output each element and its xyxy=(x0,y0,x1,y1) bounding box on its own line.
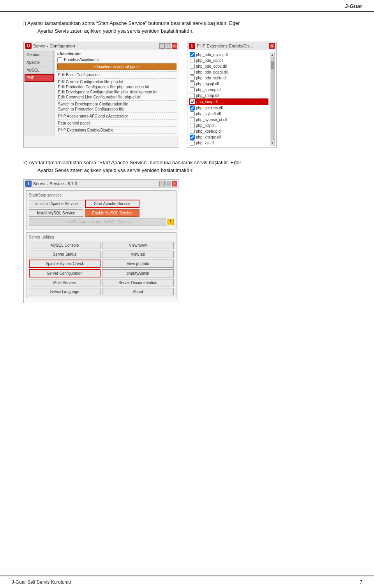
ext-php-xdebug: php_xdebug.dll xyxy=(189,128,268,134)
server-service-window: 1 Server - Service - 8.7.3 — □ ✕ Start/S… xyxy=(23,179,179,303)
uninstall-apache-button[interactable]: Uninstall Apache Service xyxy=(29,200,83,207)
php-ext-window: U PHP Extensions Enable/Dis... ✕ php_pdo… xyxy=(187,42,277,148)
ext-php-pdo-oci: php_pdo_oci.dll xyxy=(189,58,268,63)
nav-php[interactable]: PHP xyxy=(25,74,54,82)
about-button[interactable]: About xyxy=(102,288,174,295)
step-j-para: j) Ayarlar tamamlandıktan sonra “Start A… xyxy=(23,19,351,35)
install-mysql-button[interactable]: Install MySQL Service xyxy=(29,209,83,217)
util-grid: MySQL Console View www Server Status Vie… xyxy=(29,242,174,295)
ext-php-pdo-pgsql: php_pdo_pgsql.dll xyxy=(189,69,268,75)
ext-php-snmp: php_snmp.dll xyxy=(189,93,268,98)
server-config-title: Server - Configuration xyxy=(33,44,75,48)
server-configuration-button[interactable]: Server Configuration xyxy=(29,269,101,277)
header-title: J-Guar xyxy=(345,3,362,9)
footer-left: J-Guar Self Servis Kurulumu xyxy=(12,579,71,585)
view-www-button[interactable]: View www xyxy=(102,242,174,249)
ext-php-tidy: php_tidy.dll xyxy=(189,123,268,128)
server-status-button[interactable]: Server Status xyxy=(29,251,101,258)
php-ext-icon: U xyxy=(189,43,195,49)
server-config-titlebar: U Server - Configuration — □ ✕ xyxy=(24,42,179,50)
start-apache-button[interactable]: Start Apache Service xyxy=(85,200,139,208)
ext-php-pgsql: php_pgsql.dll xyxy=(189,81,268,87)
scroll-up-arrow[interactable]: ▲ xyxy=(271,53,274,56)
server-documentation-button[interactable]: Server Documentation xyxy=(102,279,174,286)
step-j-text1: j) Ayarlar tamamlandıktan sonra “Start A… xyxy=(23,20,240,26)
eaccelerator-link[interactable]: eAccelerator control panel xyxy=(57,63,176,70)
menu-pear[interactable]: Pear control panel xyxy=(57,121,176,126)
start-stop-title: Start/Stop services xyxy=(29,193,174,197)
enable-mysql-button[interactable]: Enable MySQL Service xyxy=(85,209,139,217)
php-ext-controls: ✕ xyxy=(269,43,275,49)
scroll-down-arrow[interactable]: ▼ xyxy=(271,141,274,145)
start-stop-section: Start/Stop services Uninstall Apache Ser… xyxy=(26,190,176,230)
mysql-console-button[interactable]: MySQL Console xyxy=(29,242,101,249)
mysql-service-row: Install MySQL Service Enable MySQL Servi… xyxy=(29,209,174,217)
server-config-content: eAccelerator Enable eAccelerator eAccele… xyxy=(55,50,179,136)
apache-syntax-check-button[interactable]: Apache Syntax Check xyxy=(29,260,101,268)
step-k-text2: Ayarlar Servis zaten açıkken yapıldıysa … xyxy=(37,167,194,173)
ext-list: php_pdo_mysql.dll php_pdo_oci.dll php_pd… xyxy=(189,52,268,146)
server-service-controls: — □ ✕ xyxy=(159,181,177,186)
ext-php-xmlrpc: php_xmlrpc.dll xyxy=(189,134,268,140)
install-run-row: Install/Run Apache and MySQL Services ! xyxy=(29,218,174,226)
ext-php-xsl: php_xsl.dll xyxy=(189,140,268,146)
minimize-button[interactable]: — xyxy=(159,43,165,49)
multi-servers-button[interactable]: Multi Servers xyxy=(29,279,101,286)
step-j-text2: Ayarlar Servis zaten açıkken yapıldıysa … xyxy=(37,28,194,34)
scrollbar-track xyxy=(271,57,274,140)
server-config-window: U Server - Configuration — □ ✕ General A… xyxy=(23,42,179,148)
step-k-text1: k) Ayarlar tamamlandıktan sonra “Start A… xyxy=(23,160,241,165)
view-ssl-button[interactable]: View ssl xyxy=(102,251,174,258)
service-minimize-button[interactable]: — xyxy=(159,181,165,186)
ext-php-shmop: php_shmop.dll xyxy=(189,87,268,93)
view-phpinfo-button[interactable]: View phpInfo xyxy=(102,260,174,268)
php-ext-titlebar: U PHP Extensions Enable/Dis... ✕ xyxy=(187,42,276,50)
maximize-button[interactable]: □ xyxy=(166,43,171,49)
server-config-body: General Apache MySQL PHP eAccelerator En… xyxy=(24,50,179,136)
main-content: j) Ayarlar tamamlandıktan sonra “Start A… xyxy=(0,12,374,334)
ext-php-sqlite3: php_sqlite3.dll xyxy=(189,111,268,117)
nav-general[interactable]: General xyxy=(25,51,54,58)
select-language-button[interactable]: Select Language xyxy=(29,288,101,295)
apache-service-row: Uninstall Apache Service Start Apache Se… xyxy=(29,200,174,208)
step-k-para: k) Ayarlar tamamlandıktan sonra “Start A… xyxy=(23,159,351,174)
utilities-section: Server Utilities MySQL Console View www … xyxy=(26,232,176,298)
server-service-icon: 1 xyxy=(25,181,32,187)
server-config-icon: U xyxy=(25,43,32,49)
menu-php-ext[interactable]: PHP Extensions Enable/Disable xyxy=(57,128,176,133)
service-body: Start/Stop services Uninstall Apache Ser… xyxy=(24,188,179,303)
server-service-title: Server - Service - 8.7.3 xyxy=(33,181,77,186)
php-ext-close-button[interactable]: ✕ xyxy=(269,43,275,49)
menu-edit-current[interactable]: Edit Current Configuration file: php.ini xyxy=(57,79,176,84)
menu-switch-prod[interactable]: Switch to Production Configuration file xyxy=(57,107,176,112)
nav-mysql[interactable]: MySQL xyxy=(25,67,54,74)
utilities-title: Server Utilities xyxy=(29,235,174,239)
ext-php-soap: php_soap.dll xyxy=(189,98,268,105)
server-config-controls: — □ ✕ xyxy=(159,43,177,49)
config-section-title: eAccelerator xyxy=(57,52,176,56)
phpmyadmin-button[interactable]: phpMyAdmin xyxy=(102,269,174,277)
nav-apache[interactable]: Apache xyxy=(25,59,54,66)
service-maximize-button[interactable]: □ xyxy=(166,181,171,186)
ext-php-pdo-odbc: php_pdo_odbc.dll xyxy=(189,63,268,69)
ext-php-sybase: php_sybase_ct.dll xyxy=(189,117,268,123)
menu-edit-production[interactable]: Edit Production Configuration file: php_… xyxy=(57,84,176,90)
enable-eaccelerator-label: Enable eAccelerator xyxy=(64,58,99,62)
page-footer: J-Guar Self Servis Kurulumu 7 xyxy=(0,576,374,588)
menu-edit-development[interactable]: Edit Development Configuration file: php… xyxy=(57,90,176,95)
warning-icon: ! xyxy=(168,219,174,225)
enable-eaccelerator-checkbox[interactable] xyxy=(57,57,62,62)
ext-php-pdo-sqlite: php_pdo_sqlite.dll xyxy=(189,75,268,81)
menu-accelerators[interactable]: PHP Accelerators APC and eAccelerator xyxy=(57,114,176,119)
screenshots-row-j: U Server - Configuration — □ ✕ General A… xyxy=(23,42,351,148)
service-close-button[interactable]: ✕ xyxy=(172,181,177,186)
menu-switch-dev[interactable]: Switch to Development Configuration file xyxy=(57,102,176,107)
page-header: J-Guar xyxy=(0,0,374,12)
menu-edit-cli[interactable]: Edit Command Line Configuration file: ph… xyxy=(57,95,176,100)
install-run-button[interactable]: Install/Run Apache and MySQL Services xyxy=(29,218,166,226)
enable-eaccelerator-row: Enable eAccelerator xyxy=(57,57,176,62)
close-button[interactable]: ✕ xyxy=(172,43,177,49)
menu-edit-basic[interactable]: Edit Basic Configuration xyxy=(57,72,176,77)
php-ext-title: PHP Extensions Enable/Dis... xyxy=(197,44,253,48)
scrollbar-thumb xyxy=(271,61,274,69)
